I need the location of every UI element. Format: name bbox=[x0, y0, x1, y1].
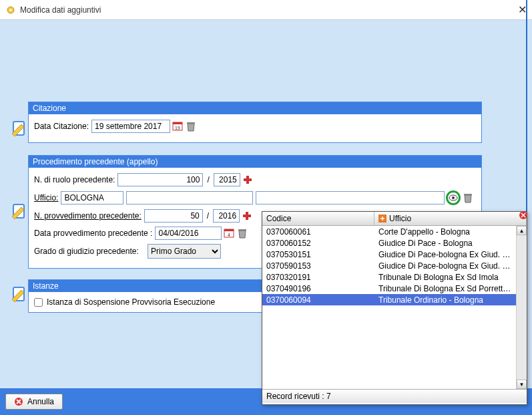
orange-icon bbox=[378, 215, 386, 223]
svg-rect-13 bbox=[464, 194, 472, 195]
date-input[interactable] bbox=[91, 120, 170, 133]
trash-icon[interactable] bbox=[185, 120, 197, 132]
ruolo-num-input[interactable] bbox=[117, 173, 203, 186]
cell-ufficio: Tribunale Di Bologna Ex Sd Imola bbox=[374, 273, 516, 282]
provv-year-input[interactable] bbox=[213, 209, 240, 223]
svg-point-12 bbox=[452, 196, 455, 199]
ufficio-wide-input[interactable] bbox=[256, 191, 445, 204]
slash: / bbox=[207, 211, 209, 221]
cancel-icon bbox=[14, 397, 23, 406]
cell-ufficio: Tribunale Di Bologna Ex Sd Porretta ... bbox=[374, 284, 516, 293]
dropdown-row[interactable]: 0370530151Giudice Di Pace-bologna Ex Giu… bbox=[262, 249, 516, 260]
calendar-icon[interactable]: 19 bbox=[172, 120, 184, 132]
annulla-button[interactable]: Annulla bbox=[5, 394, 63, 410]
citazione-header: Citazione bbox=[29, 102, 481, 114]
ruolo-label: N. di ruolo precedente: bbox=[34, 175, 115, 184]
dropdown-row[interactable]: 0370060152Giudice Di Pace - Bologna bbox=[262, 237, 516, 249]
ufficio-dropdown: Codice Ufficio ▲ ▼ 0370060061Corte D'app… bbox=[262, 211, 527, 405]
eye-icon[interactable] bbox=[446, 190, 461, 205]
edit-icon[interactable] bbox=[9, 200, 27, 218]
svg-rect-17 bbox=[224, 229, 234, 231]
trash-icon[interactable] bbox=[462, 192, 474, 204]
close-icon[interactable] bbox=[519, 211, 528, 220]
gear-icon bbox=[5, 5, 16, 15]
calendar-icon[interactable]: 4 bbox=[223, 227, 235, 239]
cell-codice: 0370530151 bbox=[262, 250, 374, 259]
annulla-label: Annulla bbox=[27, 397, 54, 406]
svg-rect-19 bbox=[238, 229, 246, 231]
cell-ufficio: Giudice Di Pace-bologna Ex Giud. D... bbox=[374, 250, 516, 259]
dropdown-row[interactable]: 0370320191Tribunale Di Bologna Ex Sd Imo… bbox=[262, 271, 516, 283]
dropdown-row[interactable]: 0370060094Tribunale Ordinario - Bologna bbox=[262, 294, 516, 305]
dropdown-row[interactable]: 0370060061Corte D'appello - Bologna bbox=[262, 226, 516, 237]
svg-rect-8 bbox=[187, 122, 195, 124]
dropdown-row[interactable]: 0370590153Giudice Di Pace-bologna Ex Giu… bbox=[262, 260, 516, 271]
dropdown-rows: ▲ ▼ 0370060061Corte D'appello - Bologna0… bbox=[262, 226, 527, 389]
grado-label: Grado di giudizio precedente: bbox=[34, 247, 145, 256]
edit-icon[interactable] bbox=[9, 118, 27, 135]
edit-icon[interactable] bbox=[9, 283, 27, 301]
cell-ufficio: Corte D'appello - Bologna bbox=[374, 227, 516, 237]
ufficio-input[interactable] bbox=[61, 191, 123, 204]
cell-ufficio: Giudice Di Pace - Bologna bbox=[374, 239, 516, 248]
data-provv-label: Data provvedimento precedente : bbox=[34, 229, 152, 238]
ufficio-mid-input[interactable] bbox=[126, 191, 253, 204]
col-ufficio[interactable]: Ufficio bbox=[374, 212, 527, 225]
provv-label: N. provvedimento precedente: bbox=[34, 211, 142, 221]
slash: / bbox=[207, 175, 209, 184]
svg-text:19: 19 bbox=[175, 126, 180, 130]
plus-icon[interactable] bbox=[241, 210, 253, 222]
cell-codice: 0370060152 bbox=[262, 239, 374, 248]
procedimento-header: Procedimento precedente (appello) bbox=[29, 156, 481, 168]
data-provv-input[interactable] bbox=[155, 227, 222, 240]
svg-rect-10 bbox=[244, 178, 252, 181]
scroll-down-icon[interactable]: ▼ bbox=[517, 380, 527, 389]
cell-codice: 0370490196 bbox=[262, 284, 374, 293]
date-label: Data Citazione: bbox=[34, 122, 89, 131]
trash-icon[interactable] bbox=[236, 227, 248, 239]
scrollbar[interactable]: ▲ ▼ bbox=[516, 226, 527, 389]
titlebar: Modifica dati aggiuntivi ✕ bbox=[0, 0, 532, 20]
ufficio-label: Ufficio: bbox=[34, 193, 58, 202]
cell-codice: 0370320191 bbox=[262, 273, 374, 282]
svg-text:4: 4 bbox=[228, 233, 231, 237]
plus-icon[interactable] bbox=[242, 174, 254, 186]
svg-rect-15 bbox=[243, 215, 251, 217]
dropdown-row[interactable]: 0370490196Tribunale Di Bologna Ex Sd Por… bbox=[262, 283, 516, 294]
cell-codice: 0370060094 bbox=[262, 295, 374, 305]
provv-num-input[interactable] bbox=[144, 209, 203, 223]
sospensione-check-input[interactable] bbox=[34, 298, 43, 307]
window-title: Modifica dati aggiuntivi bbox=[20, 5, 101, 15]
col-codice[interactable]: Codice bbox=[262, 212, 374, 225]
grado-select[interactable]: Primo Grado bbox=[148, 244, 221, 259]
ruolo-year-input[interactable] bbox=[214, 173, 240, 186]
dropdown-header: Codice Ufficio bbox=[262, 212, 527, 226]
cell-codice: 0370060061 bbox=[262, 227, 374, 237]
cell-codice: 0370590153 bbox=[262, 261, 374, 271]
svg-point-1 bbox=[9, 9, 12, 11]
citazione-group: Citazione Data Citazione: 19 bbox=[28, 102, 482, 143]
scroll-up-icon[interactable]: ▲ bbox=[517, 226, 527, 235]
svg-rect-6 bbox=[173, 122, 182, 124]
cell-ufficio: Tribunale Ordinario - Bologna bbox=[374, 295, 516, 305]
dropdown-footer: Record ricevuti : 7 bbox=[262, 389, 527, 403]
cell-ufficio: Giudice Di Pace-bologna Ex Giud. D... bbox=[374, 261, 516, 271]
sospensione-label: Istanza di Sospensione Provvisoria Esecu… bbox=[47, 297, 215, 307]
